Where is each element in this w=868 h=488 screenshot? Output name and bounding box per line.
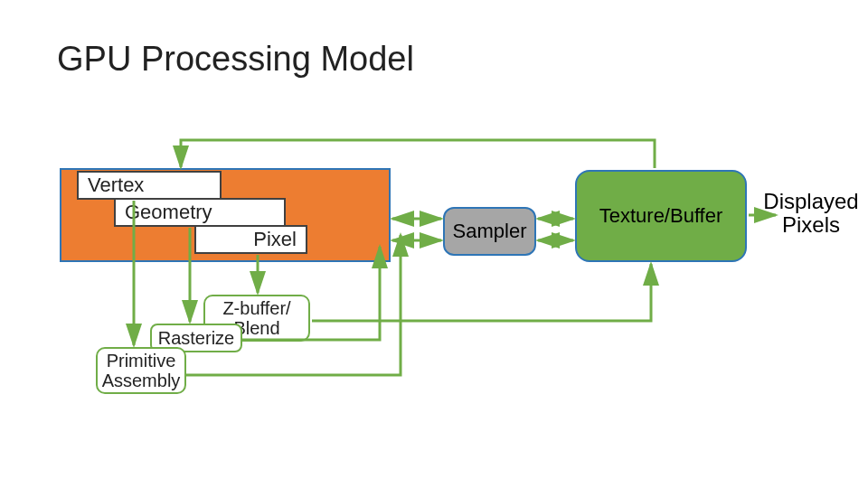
sampler-box: Sampler — [443, 207, 536, 256]
page-title: GPU Processing Model — [57, 40, 414, 79]
stage-vertex: Vertex — [77, 171, 222, 200]
displayed-pixels-label: Displayed Pixels — [761, 190, 861, 238]
texture-buffer-box: Texture/Buffer — [575, 170, 747, 262]
stage-primitive-assembly: Primitive Assembly — [96, 347, 186, 394]
stage-pixel: Pixel — [194, 225, 307, 254]
stage-geometry: Geometry — [114, 198, 286, 227]
